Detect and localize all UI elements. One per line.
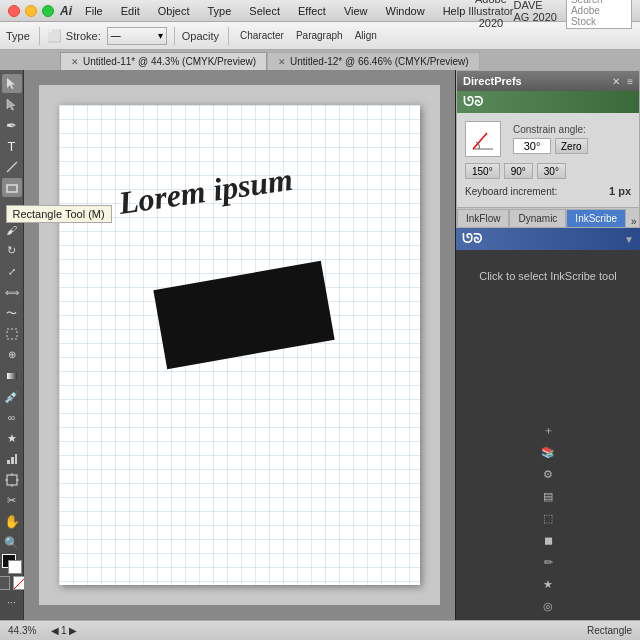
tab-dynamic[interactable]: Dynamic [509,209,566,227]
shape-builder-tool[interactable]: ⊕ [2,345,22,364]
width-tool[interactable]: ⟺ [2,283,22,302]
angle-90-button[interactable]: 90° [504,163,533,179]
scale-tool[interactable]: ⤢ [2,262,22,281]
menu-help[interactable]: Help [440,3,469,19]
tab-inkscribe[interactable]: InkScribe [566,209,626,227]
svg-marker-0 [7,78,15,89]
background-swatch[interactable] [8,560,22,574]
stroke-none-row [0,576,27,590]
color-swatches[interactable] [2,554,22,574]
canvas-inner: Lorem ipsum [39,85,440,605]
titlebar-right: DAVE AG 2020 Search Adobe Stock [514,0,632,29]
zoom-tool[interactable]: 🔍 [2,533,22,552]
artboards-icon[interactable]: ⬚ [538,508,558,528]
svg-rect-4 [7,329,17,339]
tab-close-2[interactable]: ✕ [278,57,286,67]
keyboard-increment-row: Keyboard increment: 1 px [465,185,631,197]
menu-select[interactable]: Select [246,3,283,19]
angle-150-button[interactable]: 150° [465,163,500,179]
menu-window[interactable]: Window [383,3,428,19]
zero-button[interactable]: Zero [555,138,588,154]
tab-more[interactable]: » [626,216,640,227]
menu-file[interactable]: File [82,3,106,19]
next-page-button[interactable]: ▶ [69,625,77,636]
layers-icon[interactable]: ▤ [538,486,558,506]
inkscribe-panel: ᘎᘐ ▼ Click to select InkScribe tool [456,228,640,416]
angle-30-button[interactable]: 30° [537,163,566,179]
graphic-styles-icon[interactable]: ◎ [538,596,558,616]
swatches-icon[interactable]: ◼ [538,530,558,550]
libraries-icon[interactable]: 📚 [538,442,558,462]
prev-page-button[interactable]: ◀ [51,625,59,636]
angle-main-row: 30° Zero [513,138,588,154]
blend-tool[interactable]: ∞ [2,408,22,427]
artboard[interactable]: Lorem ipsum [59,105,420,585]
add-icon[interactable]: ＋ [538,420,558,440]
gradient-tool[interactable] [2,366,22,385]
character-button[interactable]: Character [236,29,288,42]
more-tools[interactable]: ··· [2,592,22,612]
line-tool[interactable] [2,158,22,177]
rectangle-tool[interactable]: Rectangle Tool (M) [2,178,22,197]
properties-icon[interactable]: ⚙ [538,464,558,484]
app-title: Adobe Illustrator 2020 [468,0,513,29]
type-tool[interactable]: T [2,137,22,156]
symbol-sprayer-tool[interactable]: ★ [2,429,22,448]
close-button[interactable] [8,5,20,17]
toolbar-separator-3 [228,27,229,45]
selection-tool[interactable] [2,74,22,93]
svg-rect-6 [7,460,10,464]
panel-body: Constrain angle: 30° Zero 150° 90° 30° [457,113,639,207]
inkscribe-collapse-icon[interactable]: ▼ [624,234,634,245]
paragraph-button[interactable]: Paragraph [292,29,347,42]
menu-effect[interactable]: Effect [295,3,329,19]
tab-label-2: Untitled-12* @ 66.46% (CMYK/Preview) [290,56,469,67]
pencil-tool[interactable]: ✏ [2,199,22,218]
slice-tool[interactable]: ✂ [2,492,22,511]
pen-tool[interactable]: ✒ [2,116,22,135]
tab-close-1[interactable]: ✕ [71,57,79,67]
panel-close-icon[interactable]: ✕ [612,76,620,87]
graph-tool[interactable] [2,450,22,469]
traffic-lights [8,5,54,17]
stroke-dropdown[interactable]: —▾ [107,27,167,45]
constrain-angle-row: Constrain angle: 30° Zero [465,121,631,157]
inkscribe-body[interactable]: Click to select InkScribe tool [456,250,640,302]
menu-edit[interactable]: Edit [118,3,143,19]
symbols-icon[interactable]: ★ [538,574,558,594]
zoom-level: 44.3% [8,625,43,636]
panel-collapse-icon[interactable]: ≡ [627,76,633,87]
menu-view[interactable]: View [341,3,371,19]
stroke-swatch[interactable] [0,576,10,590]
hand-tool[interactable]: ✋ [2,512,22,531]
canvas-area[interactable]: Lorem ipsum [24,70,455,620]
panel-logo: ᘎᘐ [463,94,483,110]
tab-untitled-11[interactable]: ✕ Untitled-11* @ 44.3% (CMYK/Preview) [60,52,267,70]
svg-line-2 [7,162,17,172]
tab-untitled-12[interactable]: ✕ Untitled-12* @ 66.46% (CMYK/Preview) [267,52,480,70]
tab-inkflow[interactable]: InkFlow [457,209,509,227]
inkscribe-logo: ᘎᘐ [462,231,482,247]
warp-tool[interactable]: 〜 [2,304,22,323]
rotate-tool[interactable]: ↻ [2,241,22,260]
paintbrush-tool[interactable]: 🖌 [2,220,22,239]
fullscreen-button[interactable] [42,5,54,17]
opacity-label: Opacity [182,30,219,42]
minimize-button[interactable] [25,5,37,17]
menu-object[interactable]: Object [155,3,193,19]
artboard-tool[interactable] [2,471,22,490]
align-button[interactable]: Align [351,29,381,42]
direct-selection-tool[interactable] [2,95,22,114]
menu-type[interactable]: Type [205,3,235,19]
search-field[interactable]: Search Adobe Stock [566,0,632,29]
right-icons: ＋ 📚 ⚙ ▤ ⬚ ◼ ✏ ★ ◎ [456,416,640,620]
svg-rect-8 [15,454,17,464]
free-transform-tool[interactable] [2,325,22,344]
toolbar-separator-2 [174,27,175,45]
black-rectangle [153,261,334,369]
brushes-icon[interactable]: ✏ [538,552,558,572]
eyedropper-tool[interactable]: 💉 [2,387,22,406]
angle-value-box[interactable]: 30° [513,138,551,154]
constrain-angle-label: Constrain angle: [513,124,588,135]
type-label: Type [6,30,30,42]
